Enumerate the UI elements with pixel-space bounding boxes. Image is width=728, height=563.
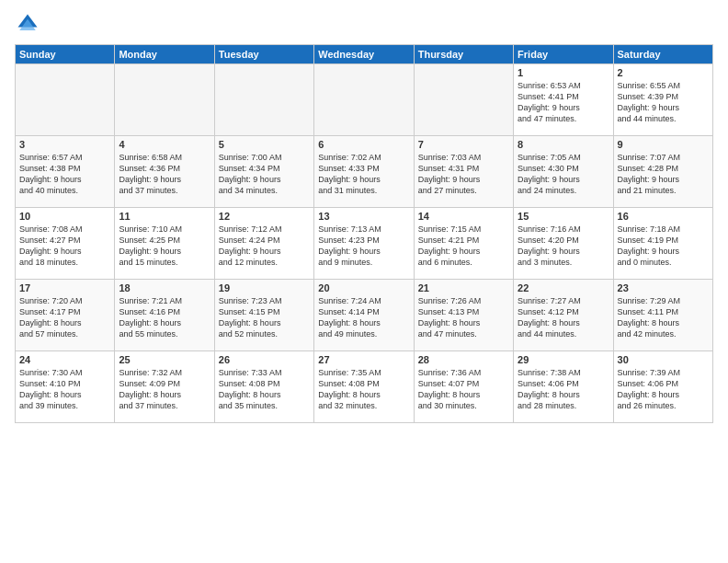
day-info: Sunrise: 7:12 AM Sunset: 4:24 PM Dayligh… [219,224,310,269]
day-number: 13 [318,211,409,222]
day-number: 18 [119,282,210,293]
calendar-day-7: 7Sunrise: 7:03 AM Sunset: 4:31 PM Daylig… [414,136,513,208]
calendar-day-12: 12Sunrise: 7:12 AM Sunset: 4:24 PM Dayli… [214,208,313,280]
day-number: 14 [418,211,509,222]
day-number: 23 [618,282,709,293]
day-info: Sunrise: 7:39 AM Sunset: 4:06 PM Dayligh… [618,367,709,412]
column-header-sunday: Sunday [16,45,115,64]
day-info: Sunrise: 7:27 AM Sunset: 4:12 PM Dayligh… [518,295,609,340]
day-info: Sunrise: 7:03 AM Sunset: 4:31 PM Dayligh… [418,152,509,197]
calendar-empty-cell [115,64,214,136]
day-info: Sunrise: 7:32 AM Sunset: 4:09 PM Dayligh… [119,367,210,412]
day-info: Sunrise: 7:29 AM Sunset: 4:11 PM Dayligh… [618,295,709,340]
day-number: 1 [518,67,609,78]
day-number: 22 [518,282,609,293]
calendar-day-18: 18Sunrise: 7:21 AM Sunset: 4:16 PM Dayli… [115,280,214,351]
calendar-day-9: 9Sunrise: 7:07 AM Sunset: 4:28 PM Daylig… [613,136,712,208]
calendar-empty-cell [214,64,313,136]
day-info: Sunrise: 7:20 AM Sunset: 4:17 PM Dayligh… [19,295,110,340]
calendar-day-2: 2Sunrise: 6:55 AM Sunset: 4:39 PM Daylig… [613,64,712,136]
day-info: Sunrise: 7:13 AM Sunset: 4:23 PM Dayligh… [318,224,409,269]
calendar-empty-cell [314,64,414,136]
day-number: 11 [119,211,210,222]
column-header-monday: Monday [115,45,214,64]
day-info: Sunrise: 6:53 AM Sunset: 4:41 PM Dayligh… [518,80,609,125]
calendar-day-28: 28Sunrise: 7:36 AM Sunset: 4:07 PM Dayli… [414,351,513,423]
calendar-day-25: 25Sunrise: 7:32 AM Sunset: 4:09 PM Dayli… [115,351,214,423]
day-number: 30 [618,354,709,365]
calendar-table: SundayMondayTuesdayWednesdayThursdayFrid… [15,44,713,423]
day-info: Sunrise: 7:21 AM Sunset: 4:16 PM Dayligh… [119,295,210,340]
calendar-week-row: 3Sunrise: 6:57 AM Sunset: 4:38 PM Daylig… [16,136,713,208]
day-number: 16 [618,211,709,222]
calendar-day-19: 19Sunrise: 7:23 AM Sunset: 4:15 PM Dayli… [214,280,313,351]
calendar-day-5: 5Sunrise: 7:00 AM Sunset: 4:34 PM Daylig… [214,136,313,208]
calendar-week-row: 10Sunrise: 7:08 AM Sunset: 4:27 PM Dayli… [16,208,713,280]
calendar-week-row: 24Sunrise: 7:30 AM Sunset: 4:10 PM Dayli… [16,351,713,423]
column-header-wednesday: Wednesday [314,45,414,64]
header [15,11,713,37]
day-info: Sunrise: 7:30 AM Sunset: 4:10 PM Dayligh… [19,367,110,412]
day-number: 10 [19,211,110,222]
calendar-week-row: 1Sunrise: 6:53 AM Sunset: 4:41 PM Daylig… [16,64,713,136]
logo [15,11,44,37]
calendar-day-16: 16Sunrise: 7:18 AM Sunset: 4:19 PM Dayli… [613,208,712,280]
day-info: Sunrise: 7:07 AM Sunset: 4:28 PM Dayligh… [618,152,709,197]
calendar-day-3: 3Sunrise: 6:57 AM Sunset: 4:38 PM Daylig… [16,136,115,208]
day-number: 15 [518,211,609,222]
day-number: 29 [518,354,609,365]
column-header-thursday: Thursday [414,45,513,64]
day-info: Sunrise: 7:15 AM Sunset: 4:21 PM Dayligh… [418,224,509,269]
column-header-saturday: Saturday [613,45,712,64]
calendar-day-13: 13Sunrise: 7:13 AM Sunset: 4:23 PM Dayli… [314,208,414,280]
day-info: Sunrise: 7:24 AM Sunset: 4:14 PM Dayligh… [318,295,409,340]
day-number: 9 [618,139,709,150]
calendar-day-14: 14Sunrise: 7:15 AM Sunset: 4:21 PM Dayli… [414,208,513,280]
day-info: Sunrise: 7:16 AM Sunset: 4:20 PM Dayligh… [518,224,609,269]
column-header-friday: Friday [514,45,613,64]
day-number: 12 [219,211,310,222]
day-info: Sunrise: 7:23 AM Sunset: 4:15 PM Dayligh… [219,295,310,340]
day-info: Sunrise: 7:18 AM Sunset: 4:19 PM Dayligh… [618,224,709,269]
day-number: 17 [19,282,110,293]
calendar-day-24: 24Sunrise: 7:30 AM Sunset: 4:10 PM Dayli… [16,351,115,423]
calendar-day-1: 1Sunrise: 6:53 AM Sunset: 4:41 PM Daylig… [514,64,613,136]
calendar-day-10: 10Sunrise: 7:08 AM Sunset: 4:27 PM Dayli… [16,208,115,280]
day-number: 25 [119,354,210,365]
page: SundayMondayTuesdayWednesdayThursdayFrid… [0,0,728,563]
column-header-tuesday: Tuesday [214,45,313,64]
calendar-day-17: 17Sunrise: 7:20 AM Sunset: 4:17 PM Dayli… [16,280,115,351]
day-number: 4 [119,139,210,150]
day-number: 6 [318,139,409,150]
day-number: 8 [518,139,609,150]
day-number: 3 [19,139,110,150]
calendar-day-8: 8Sunrise: 7:05 AM Sunset: 4:30 PM Daylig… [514,136,613,208]
day-info: Sunrise: 6:58 AM Sunset: 4:36 PM Dayligh… [119,152,210,197]
calendar-day-6: 6Sunrise: 7:02 AM Sunset: 4:33 PM Daylig… [314,136,414,208]
calendar-day-30: 30Sunrise: 7:39 AM Sunset: 4:06 PM Dayli… [613,351,712,423]
day-info: Sunrise: 7:02 AM Sunset: 4:33 PM Dayligh… [318,152,409,197]
day-number: 5 [219,139,310,150]
day-info: Sunrise: 7:05 AM Sunset: 4:30 PM Dayligh… [518,152,609,197]
calendar-day-27: 27Sunrise: 7:35 AM Sunset: 4:08 PM Dayli… [314,351,414,423]
calendar-day-4: 4Sunrise: 6:58 AM Sunset: 4:36 PM Daylig… [115,136,214,208]
day-info: Sunrise: 6:57 AM Sunset: 4:38 PM Dayligh… [19,152,110,197]
calendar-day-26: 26Sunrise: 7:33 AM Sunset: 4:08 PM Dayli… [214,351,313,423]
day-number: 19 [219,282,310,293]
day-info: Sunrise: 7:10 AM Sunset: 4:25 PM Dayligh… [119,224,210,269]
calendar-day-15: 15Sunrise: 7:16 AM Sunset: 4:20 PM Dayli… [514,208,613,280]
day-info: Sunrise: 7:33 AM Sunset: 4:08 PM Dayligh… [219,367,310,412]
calendar-empty-cell [16,64,115,136]
day-info: Sunrise: 7:08 AM Sunset: 4:27 PM Dayligh… [19,224,110,269]
day-info: Sunrise: 7:38 AM Sunset: 4:06 PM Dayligh… [518,367,609,412]
calendar-day-29: 29Sunrise: 7:38 AM Sunset: 4:06 PM Dayli… [514,351,613,423]
day-number: 26 [219,354,310,365]
calendar-day-11: 11Sunrise: 7:10 AM Sunset: 4:25 PM Dayli… [115,208,214,280]
calendar-header-row: SundayMondayTuesdayWednesdayThursdayFrid… [16,45,713,64]
day-info: Sunrise: 7:26 AM Sunset: 4:13 PM Dayligh… [418,295,509,340]
day-info: Sunrise: 7:00 AM Sunset: 4:34 PM Dayligh… [219,152,310,197]
calendar-day-22: 22Sunrise: 7:27 AM Sunset: 4:12 PM Dayli… [514,280,613,351]
calendar-day-20: 20Sunrise: 7:24 AM Sunset: 4:14 PM Dayli… [314,280,414,351]
day-info: Sunrise: 7:35 AM Sunset: 4:08 PM Dayligh… [318,367,409,412]
calendar-empty-cell [414,64,513,136]
